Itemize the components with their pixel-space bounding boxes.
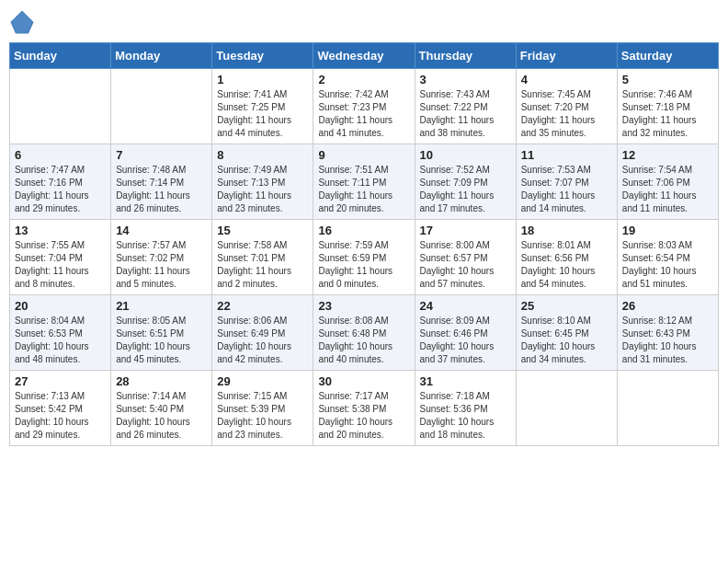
- day-number: 29: [217, 374, 308, 388]
- day-info: Sunrise: 7:55 AM Sunset: 7:04 PM Dayligh…: [15, 239, 106, 291]
- calendar-header-monday: Monday: [111, 43, 212, 69]
- calendar-header-wednesday: Wednesday: [313, 43, 415, 69]
- day-number: 9: [318, 148, 409, 162]
- calendar-cell: 27Sunrise: 7:13 AM Sunset: 5:42 PM Dayli…: [10, 371, 111, 446]
- calendar-header-row: SundayMondayTuesdayWednesdayThursdayFrid…: [10, 43, 719, 69]
- calendar: SundayMondayTuesdayWednesdayThursdayFrid…: [9, 42, 719, 446]
- day-number: 14: [116, 224, 207, 237]
- calendar-cell: 8Sunrise: 7:49 AM Sunset: 7:13 PM Daylig…: [212, 144, 313, 220]
- day-info: Sunrise: 7:42 AM Sunset: 7:23 PM Dayligh…: [318, 88, 409, 140]
- calendar-cell: 28Sunrise: 7:14 AM Sunset: 5:40 PM Dayli…: [111, 371, 212, 446]
- calendar-header-friday: Friday: [516, 43, 617, 69]
- calendar-cell: [10, 69, 111, 144]
- day-info: Sunrise: 7:14 AM Sunset: 5:40 PM Dayligh…: [116, 390, 207, 442]
- day-number: 10: [420, 148, 511, 162]
- calendar-cell: [111, 69, 212, 144]
- day-info: Sunrise: 8:05 AM Sunset: 6:51 PM Dayligh…: [116, 315, 207, 366]
- day-number: 11: [521, 148, 612, 162]
- calendar-cell: 15Sunrise: 7:58 AM Sunset: 7:01 PM Dayli…: [212, 220, 313, 295]
- calendar-cell: 31Sunrise: 7:18 AM Sunset: 5:36 PM Dayli…: [415, 371, 516, 446]
- calendar-week-row: 6Sunrise: 7:47 AM Sunset: 7:16 PM Daylig…: [10, 144, 719, 220]
- day-info: Sunrise: 7:13 AM Sunset: 5:42 PM Dayligh…: [15, 390, 106, 442]
- day-info: Sunrise: 7:47 AM Sunset: 7:16 PM Dayligh…: [15, 164, 106, 215]
- day-info: Sunrise: 8:09 AM Sunset: 6:46 PM Dayligh…: [420, 315, 511, 366]
- calendar-week-row: 13Sunrise: 7:55 AM Sunset: 7:04 PM Dayli…: [10, 220, 719, 295]
- calendar-header-tuesday: Tuesday: [212, 43, 313, 69]
- day-info: Sunrise: 7:54 AM Sunset: 7:06 PM Dayligh…: [622, 164, 713, 215]
- day-number: 16: [318, 224, 409, 237]
- day-number: 12: [622, 148, 713, 162]
- day-number: 8: [217, 148, 308, 162]
- day-number: 1: [217, 73, 308, 86]
- day-number: 4: [521, 73, 612, 86]
- calendar-week-row: 27Sunrise: 7:13 AM Sunset: 5:42 PM Dayli…: [10, 371, 719, 446]
- day-number: 17: [420, 224, 511, 237]
- calendar-cell: 21Sunrise: 8:05 AM Sunset: 6:51 PM Dayli…: [111, 295, 212, 371]
- day-info: Sunrise: 7:49 AM Sunset: 7:13 PM Dayligh…: [217, 164, 308, 215]
- day-number: 3: [420, 73, 511, 86]
- day-info: Sunrise: 7:18 AM Sunset: 5:36 PM Dayligh…: [420, 390, 511, 442]
- day-info: Sunrise: 8:12 AM Sunset: 6:43 PM Dayligh…: [622, 315, 713, 366]
- calendar-cell: 1Sunrise: 7:41 AM Sunset: 7:25 PM Daylig…: [212, 69, 313, 144]
- day-info: Sunrise: 7:46 AM Sunset: 7:18 PM Dayligh…: [622, 88, 713, 140]
- calendar-cell: 6Sunrise: 7:47 AM Sunset: 7:16 PM Daylig…: [10, 144, 111, 220]
- calendar-cell: 13Sunrise: 7:55 AM Sunset: 7:04 PM Dayli…: [10, 220, 111, 295]
- calendar-header-saturday: Saturday: [617, 43, 718, 69]
- calendar-cell: 17Sunrise: 8:00 AM Sunset: 6:57 PM Dayli…: [415, 220, 516, 295]
- calendar-cell: [617, 371, 718, 446]
- calendar-cell: 16Sunrise: 7:59 AM Sunset: 6:59 PM Dayli…: [313, 220, 415, 295]
- logo-icon: [9, 9, 35, 35]
- day-number: 15: [217, 224, 308, 237]
- day-number: 27: [15, 374, 106, 388]
- calendar-cell: 5Sunrise: 7:46 AM Sunset: 7:18 PM Daylig…: [617, 69, 718, 144]
- calendar-cell: 30Sunrise: 7:17 AM Sunset: 5:38 PM Dayli…: [313, 371, 415, 446]
- day-info: Sunrise: 7:15 AM Sunset: 5:39 PM Dayligh…: [217, 390, 308, 442]
- day-info: Sunrise: 7:52 AM Sunset: 7:09 PM Dayligh…: [420, 164, 511, 215]
- day-number: 24: [420, 299, 511, 313]
- day-number: 2: [318, 73, 409, 86]
- calendar-cell: 10Sunrise: 7:52 AM Sunset: 7:09 PM Dayli…: [415, 144, 516, 220]
- logo: [9, 9, 39, 35]
- calendar-cell: 19Sunrise: 8:03 AM Sunset: 6:54 PM Dayli…: [617, 220, 718, 295]
- calendar-cell: 26Sunrise: 8:12 AM Sunset: 6:43 PM Dayli…: [617, 295, 718, 371]
- calendar-header-thursday: Thursday: [415, 43, 516, 69]
- calendar-cell: 25Sunrise: 8:10 AM Sunset: 6:45 PM Dayli…: [516, 295, 617, 371]
- day-info: Sunrise: 8:04 AM Sunset: 6:53 PM Dayligh…: [15, 315, 106, 366]
- day-info: Sunrise: 7:57 AM Sunset: 7:02 PM Dayligh…: [116, 239, 207, 291]
- calendar-cell: 18Sunrise: 8:01 AM Sunset: 6:56 PM Dayli…: [516, 220, 617, 295]
- calendar-header-sunday: Sunday: [10, 43, 111, 69]
- day-info: Sunrise: 7:41 AM Sunset: 7:25 PM Dayligh…: [217, 88, 308, 140]
- day-number: 13: [15, 224, 106, 237]
- day-number: 19: [622, 224, 713, 237]
- day-number: 28: [116, 374, 207, 388]
- calendar-week-row: 1Sunrise: 7:41 AM Sunset: 7:25 PM Daylig…: [10, 69, 719, 144]
- day-number: 21: [116, 299, 207, 313]
- calendar-cell: 11Sunrise: 7:53 AM Sunset: 7:07 PM Dayli…: [516, 144, 617, 220]
- day-info: Sunrise: 8:08 AM Sunset: 6:48 PM Dayligh…: [318, 315, 409, 366]
- day-number: 20: [15, 299, 106, 313]
- day-info: Sunrise: 7:53 AM Sunset: 7:07 PM Dayligh…: [521, 164, 612, 215]
- calendar-cell: 24Sunrise: 8:09 AM Sunset: 6:46 PM Dayli…: [415, 295, 516, 371]
- calendar-cell: 4Sunrise: 7:45 AM Sunset: 7:20 PM Daylig…: [516, 69, 617, 144]
- calendar-cell: 20Sunrise: 8:04 AM Sunset: 6:53 PM Dayli…: [10, 295, 111, 371]
- day-number: 7: [116, 148, 207, 162]
- day-info: Sunrise: 7:45 AM Sunset: 7:20 PM Dayligh…: [521, 88, 612, 140]
- calendar-cell: 7Sunrise: 7:48 AM Sunset: 7:14 PM Daylig…: [111, 144, 212, 220]
- day-number: 26: [622, 299, 713, 313]
- day-info: Sunrise: 7:58 AM Sunset: 7:01 PM Dayligh…: [217, 239, 308, 291]
- calendar-cell: [516, 371, 617, 446]
- day-number: 18: [521, 224, 612, 237]
- day-info: Sunrise: 7:51 AM Sunset: 7:11 PM Dayligh…: [318, 164, 409, 215]
- calendar-cell: 23Sunrise: 8:08 AM Sunset: 6:48 PM Dayli…: [313, 295, 415, 371]
- day-info: Sunrise: 8:10 AM Sunset: 6:45 PM Dayligh…: [521, 315, 612, 366]
- calendar-cell: 12Sunrise: 7:54 AM Sunset: 7:06 PM Dayli…: [617, 144, 718, 220]
- day-info: Sunrise: 7:43 AM Sunset: 7:22 PM Dayligh…: [420, 88, 511, 140]
- day-number: 5: [622, 73, 713, 86]
- day-info: Sunrise: 8:01 AM Sunset: 6:56 PM Dayligh…: [521, 239, 612, 291]
- calendar-cell: 2Sunrise: 7:42 AM Sunset: 7:23 PM Daylig…: [313, 69, 415, 144]
- day-info: Sunrise: 8:03 AM Sunset: 6:54 PM Dayligh…: [622, 239, 713, 291]
- calendar-cell: 14Sunrise: 7:57 AM Sunset: 7:02 PM Dayli…: [111, 220, 212, 295]
- day-number: 23: [318, 299, 409, 313]
- day-info: Sunrise: 8:00 AM Sunset: 6:57 PM Dayligh…: [420, 239, 511, 291]
- calendar-cell: 3Sunrise: 7:43 AM Sunset: 7:22 PM Daylig…: [415, 69, 516, 144]
